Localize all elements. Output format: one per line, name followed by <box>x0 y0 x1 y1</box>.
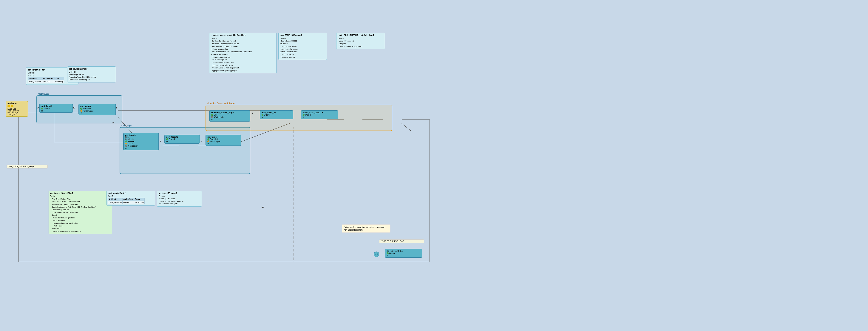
sort-targets-title: sort_targets <box>166 136 198 138</box>
st-row-seg: SEG_LENGTH <box>108 201 123 204</box>
to-be-looped-node[interactable]: TO_BE_LOOPED Output ⚙ <box>385 249 422 258</box>
usl-out-dot <box>303 114 305 116</box>
get-targets-title: get_targets <box>125 134 157 136</box>
get-target-label: Get Target <box>121 125 131 127</box>
cst-details: General: Combine On Attributes: <not set… <box>211 37 275 72</box>
roads-raw-title: roads-raw <box>7 102 26 104</box>
sort-length-node[interactable]: sort_length Sorted ⚙ <box>39 104 73 113</box>
loop-circle[interactable]: ↺ <box>374 251 379 257</box>
get-targets-gear: ⚙ <box>125 147 127 149</box>
col-alphanum1: Alpha/Num <box>42 77 54 80</box>
roads-raw-node[interactable]: roads-raw LAND_USE SEG_LENGTH CARRIAGE_C… <box>6 101 28 117</box>
sort-targets-info: sort_targets [Sorter] Sort By: Attribute… <box>106 191 155 205</box>
rejected-dot <box>125 145 127 147</box>
combine-group-label: Combine Source with Target <box>207 102 235 104</box>
usl-output: Output <box>305 114 311 116</box>
st-row-asc: Ascending <box>134 201 145 204</box>
get-target-node[interactable]: get_target Sampled NotSampled ⚙ <box>206 135 241 146</box>
sort-targets-sortby: Sort By: <box>108 195 153 198</box>
get-source-general: General: <box>69 71 114 73</box>
get-source-node[interactable]: get_source Sampled NoSampled ⚙ <box>79 104 116 115</box>
sort-length-icon: ⚙ <box>41 110 43 112</box>
label-2: 2 <box>293 168 294 170</box>
get-targets-filter: Filter <box>125 136 157 138</box>
st-col-order: Order <box>134 198 145 201</box>
cst-gear: ⚙ <box>211 118 213 120</box>
sort-targets-info-title: sort_targets [Sorter] <box>108 192 153 195</box>
get-targets-candidate: Candidate <box>125 138 157 140</box>
usl-gear: ⚙ <box>303 116 304 118</box>
passed-label: Passed <box>128 140 134 142</box>
nosampled-dot <box>80 110 82 112</box>
st-col-attr: Attribute <box>108 198 123 201</box>
update-seg-info: upate_SEG_LENGTH [LengthCalculator] Gene… <box>336 33 385 49</box>
ntid-details: General: Count Start: 1000001 Advanced: … <box>280 37 325 58</box>
canvas: roads-raw LAND_USE SEG_LENGTH CARRIAGE_C… <box>0 0 868 331</box>
get-source-type: Sampling Type: First N Features <box>69 76 114 79</box>
nosampled-label: NoSampled <box>83 110 93 112</box>
rejoin-annotation: Rejoin newly created line, remaining tar… <box>342 224 391 232</box>
loop-to-text: LOOP TO THE THE_LOOP <box>381 240 404 242</box>
sort-targets-node[interactable]: sort_targets Sorted ⚙ <box>164 135 200 144</box>
get-targets-tests: Tests: <box>50 195 111 198</box>
loop-annotation-text: THE_LOOP joins at sort_length <box>8 166 34 168</box>
get-target-notsampled-dot <box>207 140 209 142</box>
usl-details: General: Length Dimension: 2 Multiplier:… <box>338 37 383 48</box>
cst-line-dot <box>211 114 213 116</box>
ntid-output: Output <box>264 114 270 116</box>
cst-rejected-dot <box>211 116 213 118</box>
new-temp-id-node[interactable]: new_TEMP_ID Output ⚙ <box>260 110 293 119</box>
sort-targets-gear: ⚙ <box>166 141 168 142</box>
usl-node-title: upate_SEG_LENGTH <box>303 111 336 114</box>
failed-label: Failed <box>128 142 133 145</box>
label-3-a: 3 <box>160 140 161 142</box>
get-target-notsampled: NotSampled <box>210 140 221 142</box>
get-source-info-title: get_source [Sampler] <box>69 68 114 70</box>
get-source-label: Get Source <box>38 93 49 95</box>
cst-rejected: <Rejected> <box>214 116 224 118</box>
passed-dot <box>125 140 127 142</box>
loop-annotation: THE_LOOP joins at sort_length <box>6 165 48 168</box>
get-source-rate: Sampling Rate (N): 1 <box>69 73 114 76</box>
label-19-b: 19 <box>73 107 75 109</box>
source-icon-right <box>11 105 13 107</box>
tbl-output: Output <box>389 252 395 254</box>
combine-source-target-info: combine_source_target [LineCombiner] Gen… <box>209 33 277 73</box>
update-seg-node[interactable]: upate_SEG_LENGTH Output ⚙ <box>301 110 338 119</box>
ntid-node-title: new_TEMP_ID <box>261 111 291 114</box>
get-target-sampled-dot <box>207 138 209 140</box>
rejoin-text: Rejoin newly created line, remaining tar… <box>344 226 384 231</box>
get-target-info-title: get_target [Sampler] <box>159 192 200 195</box>
get-target-gear: ⚙ <box>207 143 209 145</box>
get-target-info: get_target [Sampler] General: Sampling R… <box>157 191 202 206</box>
loop-icon: ↺ <box>375 252 378 256</box>
row-ascending: Ascending <box>54 80 64 83</box>
rejected-label: <Rejected> <box>128 145 138 147</box>
get-targets-node[interactable]: get_targets Filter Candidate Passed Fail… <box>123 133 159 150</box>
port-temp-id: TEMP_ID <box>7 114 26 116</box>
row-numeric: Numeric <box>42 80 54 83</box>
row-seg-length: SEG_LENGTH <box>28 80 42 83</box>
get-source-title: get_source <box>80 105 114 107</box>
tbl-out-dot <box>387 252 389 254</box>
ntid-out-dot <box>261 114 264 116</box>
sort-targets-sorted: Sorted <box>169 138 175 140</box>
label-3-b: 3 <box>200 140 202 142</box>
sort-length-title: sort_length <box>41 105 71 107</box>
get-target-general: General: <box>159 195 200 198</box>
get-targets-info: get_targets [SpatialFilter] Tests: Filte… <box>49 191 112 234</box>
tbl-title: TO_BE_LOOPED <box>387 250 421 252</box>
svg-line-14 <box>402 123 411 131</box>
cst-node-title: combine_source_target <box>211 111 248 114</box>
ntid-info-title: new_TEMP_ID [Counter] <box>280 34 325 37</box>
st-row-natural: Natural <box>123 201 134 204</box>
label-1-a: 1 <box>116 107 117 109</box>
get-source-random: Randomize Sampling: No <box>69 79 114 81</box>
get-targets-info-title: get_targets [SpatialFilter] <box>50 192 111 195</box>
label-18: 18 <box>112 121 114 124</box>
get-target-sampled: Sampled <box>210 138 218 140</box>
combine-source-target-node[interactable]: combine_source_target Line <Rejected> ⚙ <box>209 110 250 121</box>
new-temp-id-info: new_TEMP_ID [Counter] General: Count Sta… <box>278 33 327 60</box>
sort-length-sorted: Sorted <box>43 108 50 110</box>
usl-info-title: upate_SEG_LENGTH [LengthCalculator] <box>338 34 383 37</box>
